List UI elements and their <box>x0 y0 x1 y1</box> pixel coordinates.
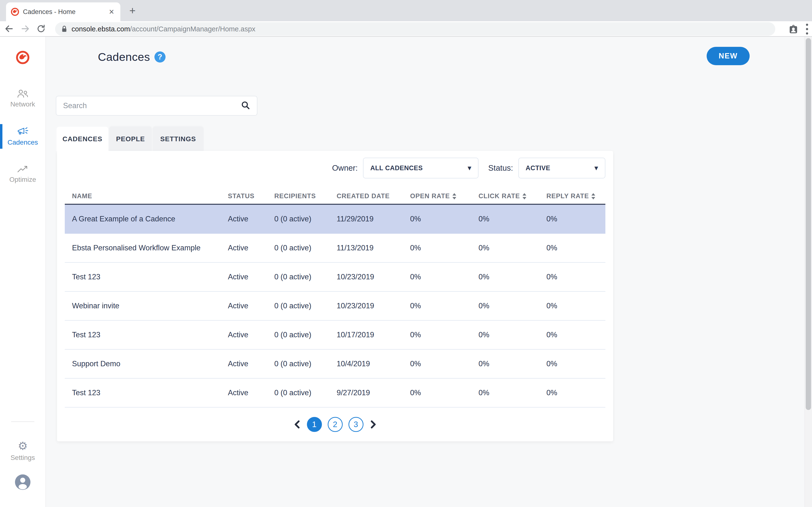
cell-created: 9/27/2019 <box>337 388 410 397</box>
cell-open-rate: 0% <box>410 331 478 339</box>
cell-status: Active <box>228 331 274 339</box>
page-button-2[interactable]: 2 <box>328 417 343 432</box>
table-row[interactable]: Test 123 Active 0 (0 active) 10/17/2019 … <box>65 321 605 350</box>
cadences-panel: Owner: ALL CADENCES ▼ Status: ACTIVE ▼ N… <box>57 151 613 441</box>
column-header-status: STATUS <box>228 192 274 200</box>
main-content: Cadences ? NEW CADENCES PEOPLE SETTINGS … <box>46 37 812 507</box>
sidebar-item-label: Cadences <box>7 138 38 146</box>
sidebar-item-optimize[interactable]: Optimize <box>0 165 45 183</box>
cell-click-rate: 0% <box>478 215 546 223</box>
cell-recipients: 0 (0 active) <box>274 243 337 252</box>
cell-click-rate: 0% <box>478 243 546 252</box>
cell-reply-rate: 0% <box>546 215 605 223</box>
cell-name: Test 123 <box>72 273 228 281</box>
browser-chrome: Cadences - Home × + console.ebsta.com/ac… <box>0 0 812 37</box>
filter-row: Owner: ALL CADENCES ▼ Status: ACTIVE ▼ <box>332 158 605 178</box>
next-page-icon[interactable] <box>369 420 377 429</box>
back-icon[interactable] <box>2 22 16 36</box>
cell-name: Test 123 <box>72 388 228 397</box>
cell-reply-rate: 0% <box>546 359 605 368</box>
cell-reply-rate: 0% <box>546 273 605 281</box>
tab-cadences[interactable]: CADENCES <box>57 127 108 151</box>
chevron-down-icon: ▼ <box>468 165 471 171</box>
cell-recipients: 0 (0 active) <box>274 215 337 223</box>
address-bar[interactable]: console.ebsta.com/account/CampaignManage… <box>55 22 775 36</box>
sidebar-item-label: Optimize <box>9 176 36 183</box>
cell-recipients: 0 (0 active) <box>274 273 337 281</box>
megaphone-icon <box>0 126 45 136</box>
ebsta-favicon <box>11 8 19 16</box>
user-avatar[interactable] <box>0 474 45 490</box>
column-header-reply-rate[interactable]: REPLY RATE <box>546 192 605 200</box>
tab-people[interactable]: PEOPLE <box>109 127 152 151</box>
cell-open-rate: 0% <box>410 388 478 397</box>
table-row[interactable]: A Great Example of a Cadence Active 0 (0… <box>65 205 605 234</box>
search-input[interactable] <box>63 101 241 110</box>
cell-click-rate: 0% <box>478 273 546 281</box>
sidebar-item-label: Settings <box>10 454 35 461</box>
cell-reply-rate: 0% <box>546 331 605 339</box>
page-title: Cadences <box>98 50 150 63</box>
cell-name: Ebsta Personalised Workflow Example <box>72 243 228 252</box>
cell-created: 10/23/2019 <box>337 273 410 281</box>
column-header-open-rate[interactable]: OPEN RATE <box>410 192 478 200</box>
cell-created: 11/29/2019 <box>337 215 410 223</box>
status-dropdown[interactable]: ACTIVE ▼ <box>518 158 605 178</box>
cell-name: A Great Example of a Cadence <box>72 215 228 223</box>
tab-close-icon[interactable]: × <box>108 7 115 16</box>
prev-page-icon[interactable] <box>293 420 301 429</box>
owner-dropdown-value: ALL CADENCES <box>370 164 423 172</box>
table-row[interactable]: Support Demo Active 0 (0 active) 10/4/20… <box>65 350 605 379</box>
cell-created: 11/13/2019 <box>337 243 410 252</box>
cell-status: Active <box>228 359 274 368</box>
cell-click-rate: 0% <box>478 331 546 339</box>
table-row[interactable]: Ebsta Personalised Workflow Example Acti… <box>65 234 605 263</box>
lock-icon <box>61 25 67 33</box>
chrome-right-icons <box>789 22 810 36</box>
sidebar-item-settings[interactable]: ⚙ Settings <box>0 440 45 462</box>
profile-badge-icon[interactable] <box>789 24 798 34</box>
new-tab-button[interactable]: + <box>126 4 139 17</box>
forward-icon[interactable] <box>18 22 32 36</box>
table-row[interactable]: Webinar invite Active 0 (0 active) 10/23… <box>65 292 605 321</box>
column-header-click-rate[interactable]: CLICK RATE <box>478 192 546 200</box>
browser-tab[interactable]: Cadences - Home × <box>6 2 120 21</box>
page-button-3[interactable]: 3 <box>349 417 363 432</box>
cell-click-rate: 0% <box>478 359 546 368</box>
cell-status: Active <box>228 215 274 223</box>
help-icon[interactable]: ? <box>154 51 165 62</box>
cell-open-rate: 0% <box>410 359 478 368</box>
reload-icon[interactable] <box>34 22 48 36</box>
cell-recipients: 0 (0 active) <box>274 301 337 310</box>
sort-icon <box>452 193 456 200</box>
app-root: Network Cadences Optimize <box>0 37 812 507</box>
page-scrollbar[interactable] <box>805 37 812 507</box>
cell-reply-rate: 0% <box>546 388 605 397</box>
cell-name: Test 123 <box>72 331 228 339</box>
new-cadence-button[interactable]: NEW <box>707 47 750 65</box>
column-header-created-date: CREATED DATE <box>337 192 410 200</box>
url-text: console.ebsta.com/account/CampaignManage… <box>71 25 255 33</box>
table-row[interactable]: Test 123 Active 0 (0 active) 10/23/2019 … <box>65 263 605 292</box>
search-box <box>56 96 257 116</box>
people-icon <box>0 89 45 98</box>
cell-recipients: 0 (0 active) <box>274 359 337 368</box>
cell-status: Active <box>228 388 274 397</box>
cell-name: Support Demo <box>72 359 228 368</box>
ebsta-logo[interactable] <box>0 51 45 64</box>
table-row[interactable]: Test 123 Active 0 (0 active) 9/27/2019 0… <box>65 379 605 407</box>
sidebar: Network Cadences Optimize <box>0 37 46 507</box>
tab-settings[interactable]: SETTINGS <box>153 127 203 151</box>
scrollbar-thumb[interactable] <box>806 38 811 410</box>
cell-created: 10/23/2019 <box>337 301 410 310</box>
cell-created: 10/17/2019 <box>337 331 410 339</box>
browser-toolbar: console.ebsta.com/account/CampaignManage… <box>0 21 812 37</box>
search-icon[interactable] <box>241 101 250 111</box>
sidebar-item-cadences[interactable]: Cadences <box>0 126 45 146</box>
page-button-1[interactable]: 1 <box>307 417 322 432</box>
cell-status: Active <box>228 243 274 252</box>
owner-dropdown[interactable]: ALL CADENCES ▼ <box>363 158 478 178</box>
cell-reply-rate: 0% <box>546 301 605 310</box>
browser-menu-icon[interactable] <box>805 22 810 36</box>
sidebar-item-network[interactable]: Network <box>0 89 45 108</box>
